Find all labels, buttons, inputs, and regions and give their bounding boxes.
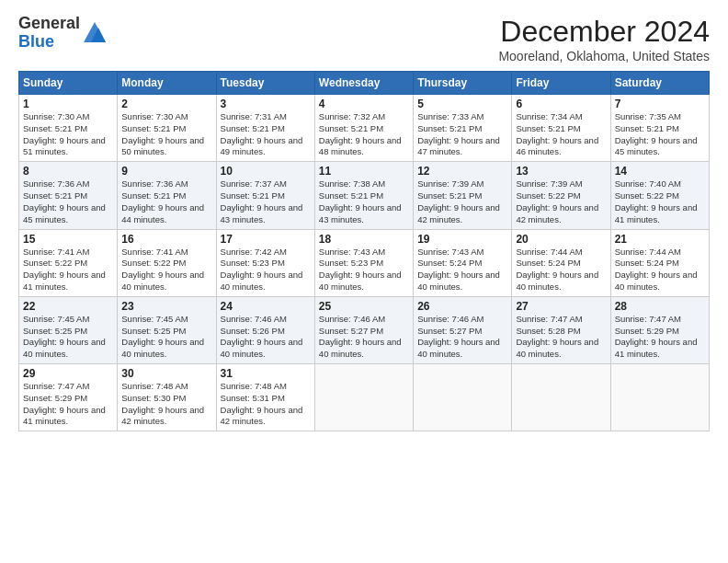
calendar-cell: 27Sunrise: 7:47 AMSunset: 5:28 PMDayligh… — [512, 296, 610, 363]
weekday-header-sunday: Sunday — [19, 72, 118, 95]
weekday-header-monday: Monday — [118, 72, 216, 95]
calendar-cell: 2Sunrise: 7:30 AMSunset: 5:21 PMDaylight… — [118, 95, 216, 162]
day-number: 6 — [516, 98, 606, 110]
day-info: Sunrise: 7:46 AMSunset: 5:27 PMDaylight:… — [319, 314, 409, 361]
calendar-cell: 25Sunrise: 7:46 AMSunset: 5:27 PMDayligh… — [314, 296, 413, 363]
day-number: 26 — [417, 300, 507, 313]
calendar-cell: 30Sunrise: 7:48 AMSunset: 5:30 PMDayligh… — [118, 364, 216, 431]
day-info: Sunrise: 7:46 AMSunset: 5:26 PMDaylight:… — [221, 314, 311, 361]
calendar-table: SundayMondayTuesdayWednesdayThursdayFrid… — [18, 71, 710, 431]
day-number: 11 — [319, 165, 409, 178]
day-info: Sunrise: 7:30 AMSunset: 5:21 PMDaylight:… — [121, 111, 211, 158]
calendar-cell: 5Sunrise: 7:33 AMSunset: 5:21 PMDaylight… — [414, 95, 512, 162]
day-number: 4 — [319, 98, 409, 110]
calendar-cell: 18Sunrise: 7:43 AMSunset: 5:23 PMDayligh… — [314, 229, 413, 296]
calendar-cell: 12Sunrise: 7:39 AMSunset: 5:21 PMDayligh… — [414, 162, 512, 229]
weekday-header-tuesday: Tuesday — [216, 72, 314, 95]
month-title: December 2024 — [498, 15, 710, 49]
day-number: 27 — [516, 300, 606, 313]
day-info: Sunrise: 7:33 AMSunset: 5:21 PMDaylight:… — [417, 111, 507, 158]
calendar-cell: 19Sunrise: 7:43 AMSunset: 5:24 PMDayligh… — [414, 229, 512, 296]
day-number: 19 — [417, 233, 507, 246]
day-info: Sunrise: 7:42 AMSunset: 5:23 PMDaylight:… — [221, 247, 311, 293]
calendar-cell: 6Sunrise: 7:34 AMSunset: 5:21 PMDaylight… — [512, 95, 610, 162]
calendar-cell — [610, 364, 709, 431]
day-number: 9 — [121, 165, 211, 178]
day-number: 7 — [615, 98, 705, 110]
calendar-cell: 28Sunrise: 7:47 AMSunset: 5:29 PMDayligh… — [610, 296, 709, 363]
page: General Blue December 2024 Mooreland, Ok… — [0, 0, 728, 563]
calendar-cell: 20Sunrise: 7:44 AMSunset: 5:24 PMDayligh… — [512, 229, 610, 296]
day-info: Sunrise: 7:41 AMSunset: 5:22 PMDaylight:… — [23, 247, 113, 293]
day-info: Sunrise: 7:32 AMSunset: 5:21 PMDaylight:… — [319, 111, 409, 158]
day-info: Sunrise: 7:45 AMSunset: 5:25 PMDaylight:… — [121, 314, 211, 361]
day-info: Sunrise: 7:44 AMSunset: 5:24 PMDaylight:… — [615, 247, 705, 293]
day-info: Sunrise: 7:43 AMSunset: 5:23 PMDaylight:… — [319, 247, 409, 293]
logo-blue-text: Blue — [18, 32, 54, 51]
logo-icon — [82, 20, 108, 46]
day-number: 8 — [23, 165, 113, 178]
calendar-cell — [314, 364, 413, 431]
calendar-cell: 13Sunrise: 7:39 AMSunset: 5:22 PMDayligh… — [512, 162, 610, 229]
calendar-cell: 24Sunrise: 7:46 AMSunset: 5:26 PMDayligh… — [216, 296, 314, 363]
week-row-5: 29Sunrise: 7:47 AMSunset: 5:29 PMDayligh… — [19, 364, 710, 431]
day-number: 20 — [516, 233, 606, 246]
day-number: 30 — [121, 367, 211, 380]
weekday-header-friday: Friday — [512, 72, 610, 95]
day-number: 16 — [121, 233, 211, 246]
calendar-cell: 26Sunrise: 7:46 AMSunset: 5:27 PMDayligh… — [414, 296, 512, 363]
day-number: 14 — [615, 165, 705, 178]
day-info: Sunrise: 7:35 AMSunset: 5:21 PMDaylight:… — [615, 111, 705, 158]
day-number: 3 — [221, 98, 311, 110]
header: General Blue December 2024 Mooreland, Ok… — [18, 15, 710, 63]
day-number: 1 — [23, 98, 113, 110]
calendar-cell: 22Sunrise: 7:45 AMSunset: 5:25 PMDayligh… — [19, 296, 118, 363]
day-info: Sunrise: 7:39 AMSunset: 5:21 PMDaylight:… — [417, 178, 507, 225]
calendar-cell — [414, 364, 512, 431]
day-info: Sunrise: 7:45 AMSunset: 5:25 PMDaylight:… — [23, 314, 113, 361]
day-number: 25 — [319, 300, 409, 313]
weekday-header-row: SundayMondayTuesdayWednesdayThursdayFrid… — [19, 72, 710, 95]
calendar-cell: 7Sunrise: 7:35 AMSunset: 5:21 PMDaylight… — [610, 95, 709, 162]
day-info: Sunrise: 7:43 AMSunset: 5:24 PMDaylight:… — [417, 247, 507, 293]
day-number: 28 — [615, 300, 705, 313]
day-info: Sunrise: 7:31 AMSunset: 5:21 PMDaylight:… — [221, 111, 311, 158]
calendar-cell: 10Sunrise: 7:37 AMSunset: 5:21 PMDayligh… — [216, 162, 314, 229]
day-info: Sunrise: 7:44 AMSunset: 5:24 PMDaylight:… — [516, 247, 606, 293]
day-info: Sunrise: 7:48 AMSunset: 5:30 PMDaylight:… — [121, 381, 211, 428]
day-info: Sunrise: 7:34 AMSunset: 5:21 PMDaylight:… — [516, 111, 606, 158]
calendar-cell: 16Sunrise: 7:41 AMSunset: 5:22 PMDayligh… — [118, 229, 216, 296]
day-number: 24 — [221, 300, 311, 313]
calendar-cell: 1Sunrise: 7:30 AMSunset: 5:21 PMDaylight… — [19, 95, 118, 162]
day-info: Sunrise: 7:37 AMSunset: 5:21 PMDaylight:… — [221, 178, 311, 225]
day-info: Sunrise: 7:39 AMSunset: 5:22 PMDaylight:… — [516, 178, 606, 225]
day-info: Sunrise: 7:48 AMSunset: 5:31 PMDaylight:… — [221, 381, 311, 428]
calendar-cell: 29Sunrise: 7:47 AMSunset: 5:29 PMDayligh… — [19, 364, 118, 431]
day-info: Sunrise: 7:47 AMSunset: 5:29 PMDaylight:… — [23, 381, 113, 428]
logo: General Blue — [18, 15, 108, 52]
calendar-cell: 11Sunrise: 7:38 AMSunset: 5:21 PMDayligh… — [314, 162, 413, 229]
day-number: 21 — [615, 233, 705, 246]
week-row-3: 15Sunrise: 7:41 AMSunset: 5:22 PMDayligh… — [19, 229, 710, 296]
week-row-1: 1Sunrise: 7:30 AMSunset: 5:21 PMDaylight… — [19, 95, 710, 162]
day-info: Sunrise: 7:30 AMSunset: 5:21 PMDaylight:… — [23, 111, 113, 158]
location: Mooreland, Oklahoma, United States — [498, 49, 710, 63]
weekday-header-wednesday: Wednesday — [314, 72, 413, 95]
calendar-cell: 3Sunrise: 7:31 AMSunset: 5:21 PMDaylight… — [216, 95, 314, 162]
day-number: 31 — [221, 367, 311, 380]
day-info: Sunrise: 7:40 AMSunset: 5:22 PMDaylight:… — [615, 178, 705, 225]
calendar-cell — [512, 364, 610, 431]
title-area: December 2024 Mooreland, Oklahoma, Unite… — [498, 15, 710, 63]
calendar-cell: 23Sunrise: 7:45 AMSunset: 5:25 PMDayligh… — [118, 296, 216, 363]
calendar-cell: 9Sunrise: 7:36 AMSunset: 5:21 PMDaylight… — [118, 162, 216, 229]
calendar-cell: 21Sunrise: 7:44 AMSunset: 5:24 PMDayligh… — [610, 229, 709, 296]
day-info: Sunrise: 7:47 AMSunset: 5:29 PMDaylight:… — [615, 314, 705, 361]
day-number: 23 — [121, 300, 211, 313]
day-info: Sunrise: 7:36 AMSunset: 5:21 PMDaylight:… — [121, 178, 211, 225]
calendar-cell: 8Sunrise: 7:36 AMSunset: 5:21 PMDaylight… — [19, 162, 118, 229]
day-number: 22 — [23, 300, 113, 313]
day-number: 18 — [319, 233, 409, 246]
calendar-cell: 15Sunrise: 7:41 AMSunset: 5:22 PMDayligh… — [19, 229, 118, 296]
day-number: 15 — [23, 233, 113, 246]
weekday-header-thursday: Thursday — [414, 72, 512, 95]
